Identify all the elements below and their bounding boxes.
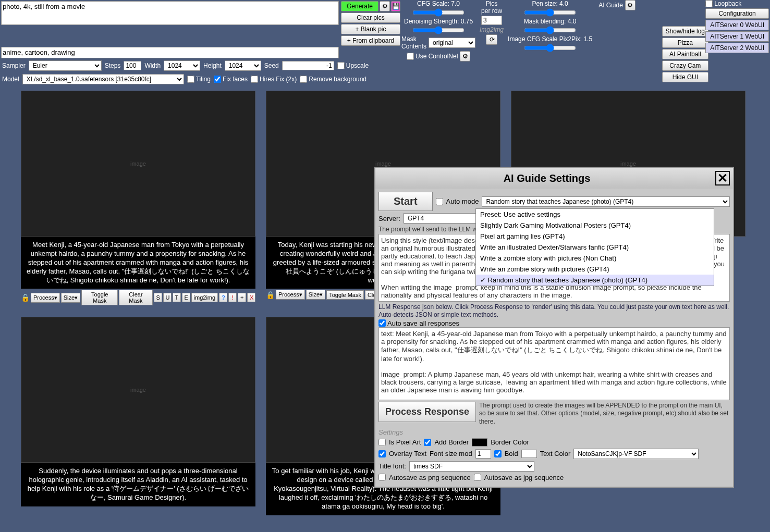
pensize-slider[interactable] xyxy=(524,8,576,17)
size-button[interactable]: Size▾ xyxy=(306,290,325,300)
lock-icon[interactable]: 🔒 xyxy=(266,291,275,299)
seed-label: Seed xyxy=(264,62,279,69)
picsrow-input[interactable] xyxy=(481,16,502,25)
loopback-check[interactable] xyxy=(705,0,713,7)
mask-contents-select[interactable]: original xyxy=(429,38,475,48)
text-color-swatch[interactable] xyxy=(521,450,537,458)
tiling-check[interactable] xyxy=(187,76,194,83)
start-button[interactable]: Start xyxy=(378,192,433,211)
autosave-check[interactable] xyxy=(378,319,386,327)
process-button[interactable]: Process▾ xyxy=(31,293,60,303)
e-button[interactable]: E xyxy=(182,293,190,302)
upscale-check[interactable] xyxy=(337,62,345,69)
preset-dropdown[interactable]: Preset: Use active settings Slightly Dar… xyxy=(475,208,714,286)
s-button[interactable]: S xyxy=(154,293,162,302)
lock-icon[interactable]: 🔒 xyxy=(21,293,30,302)
generated-image[interactable]: image xyxy=(21,91,255,237)
sampler-select[interactable]: Euler xyxy=(29,60,102,71)
gear-button[interactable]: ⚙ xyxy=(380,1,390,11)
preset-option[interactable]: Write an zombie story with pictures (GPT… xyxy=(476,264,714,275)
upscale-label: Upscale xyxy=(346,62,369,69)
save-button[interactable]: 💾 xyxy=(391,1,400,11)
preset-option[interactable]: Write an illustrated Dexter/Starwars fan… xyxy=(476,242,714,253)
generated-image[interactable]: image xyxy=(21,317,255,463)
denoise-slider[interactable] xyxy=(412,26,465,34)
controlnet-gear[interactable]: ⚙ xyxy=(460,51,470,61)
from-clipboard-button[interactable]: + From clipboard xyxy=(341,35,400,46)
llm-response-input[interactable]: text: Meet Kenji, a 45-year-old Japanese… xyxy=(378,327,730,400)
togglemask-button[interactable]: Toggle Mask xyxy=(326,290,364,300)
server0-button[interactable]: AITServer 0 WebUI xyxy=(705,20,769,30)
denoise-label: Denoising Strength: 0.75 xyxy=(404,18,473,25)
config-button[interactable]: Configuration xyxy=(705,8,769,19)
u-button[interactable]: U xyxy=(163,293,172,302)
refresh-button[interactable]: ⟳ xyxy=(486,34,497,45)
overlay-check[interactable] xyxy=(378,450,386,457)
paintball-button[interactable]: AI Paintball xyxy=(662,49,708,59)
fontsize-input[interactable] xyxy=(475,449,491,459)
clearmask-button[interactable]: Clear Mask xyxy=(119,290,152,305)
removebg-check[interactable] xyxy=(300,76,307,83)
border-check[interactable] xyxy=(424,439,431,446)
server2-button[interactable]: AITServer 2 WebUI xyxy=(705,43,769,53)
autosave-jpg-check[interactable] xyxy=(474,474,481,481)
modal-title: AI Guide Settings xyxy=(378,172,715,184)
showhide-button[interactable]: Show/hide log xyxy=(662,26,708,36)
height-select[interactable]: 1024 xyxy=(225,60,261,71)
pensize-label: Pen size: 4.0 xyxy=(532,0,568,7)
cfg-slider[interactable] xyxy=(412,8,465,17)
hidegui-button[interactable]: Hide GUI xyxy=(662,72,708,82)
img2img-label: Img2img xyxy=(480,26,504,33)
process-response-button[interactable]: Process Response xyxy=(378,402,476,422)
imgcfg-label: Image CFG Scale Pix2Pix: 1.5 xyxy=(508,35,592,43)
process-button[interactable]: Process▾ xyxy=(276,290,305,300)
aiguide-gear[interactable]: ⚙ xyxy=(625,0,635,10)
fixfaces-check[interactable] xyxy=(214,76,221,83)
help-button[interactable]: ? xyxy=(219,293,227,302)
automode-label: Auto mode xyxy=(446,197,479,205)
size-button[interactable]: Size▾ xyxy=(61,293,80,303)
seed-input[interactable] xyxy=(282,61,334,70)
maskblend-slider[interactable] xyxy=(524,26,576,34)
width-select[interactable]: 1024 xyxy=(164,60,200,71)
border-color-swatch[interactable] xyxy=(472,438,487,447)
preset-option[interactable]: Preset: Use active settings xyxy=(476,209,714,220)
bold-check[interactable] xyxy=(494,450,502,457)
server1-button[interactable]: AITServer 1 WebUI xyxy=(705,31,769,42)
model-select[interactable]: XL/sd_xl_base_1.0.safetensors [31e35c80f… xyxy=(22,74,184,84)
pixelart-check[interactable] xyxy=(378,439,386,446)
maskblend-label: Mask blending: 4.0 xyxy=(524,18,577,25)
clear-pics-button[interactable]: Clear pics xyxy=(341,13,400,23)
preset-option[interactable]: Random story that teaches Japanese (phot… xyxy=(476,275,714,286)
blank-pic-button[interactable]: + Blank pic xyxy=(341,24,400,34)
preset-option[interactable]: Slightly Dark Gaming Motivational Poster… xyxy=(476,220,714,231)
steps-input[interactable] xyxy=(124,61,141,70)
img2img-button[interactable]: img2img xyxy=(191,293,218,302)
crazycam-button[interactable]: Crazy Cam xyxy=(662,60,708,71)
imgcfg-slider[interactable] xyxy=(524,44,576,52)
generate-button[interactable]: Generate xyxy=(341,1,378,11)
close-icon[interactable]: ✕ xyxy=(715,171,730,185)
preset-select[interactable]: Random story that teaches Japanese (phot… xyxy=(482,196,730,207)
automode-check[interactable] xyxy=(436,198,443,205)
t-button[interactable]: T xyxy=(173,293,181,302)
pizza-button[interactable]: Pizza xyxy=(662,38,708,48)
hiresfix-check[interactable] xyxy=(251,76,258,83)
response-info: LLM Response json below. Click Process R… xyxy=(378,303,730,319)
titlefont-select[interactable]: times SDF xyxy=(409,461,534,472)
close-button[interactable]: X xyxy=(247,293,255,302)
controlnet-check[interactable] xyxy=(407,53,414,60)
autosave-png-check[interactable] xyxy=(378,474,386,481)
overlay-font-select[interactable]: NotoSansCJKjp-VF SDF xyxy=(573,449,699,459)
preset-option[interactable]: Write a zombie story with pictures (Non … xyxy=(476,253,714,264)
width-label: Width xyxy=(144,62,161,69)
bang-button[interactable]: ! xyxy=(228,293,237,302)
append-info: The prompt used to create the images wil… xyxy=(479,402,730,426)
preset-option[interactable]: Pixel art gaming lies (GPT4) xyxy=(476,231,714,242)
togglemask-button[interactable]: Toggle Mask xyxy=(81,290,118,305)
settings-header: Settings xyxy=(378,428,730,436)
plus-button[interactable]: + xyxy=(238,293,246,302)
prompt-input[interactable]: photo, 4k, still from a movie xyxy=(1,1,339,25)
sampler-label: Sampler xyxy=(2,62,26,69)
neg-prompt-input[interactable]: anime, cartoon, drawing xyxy=(1,47,339,58)
